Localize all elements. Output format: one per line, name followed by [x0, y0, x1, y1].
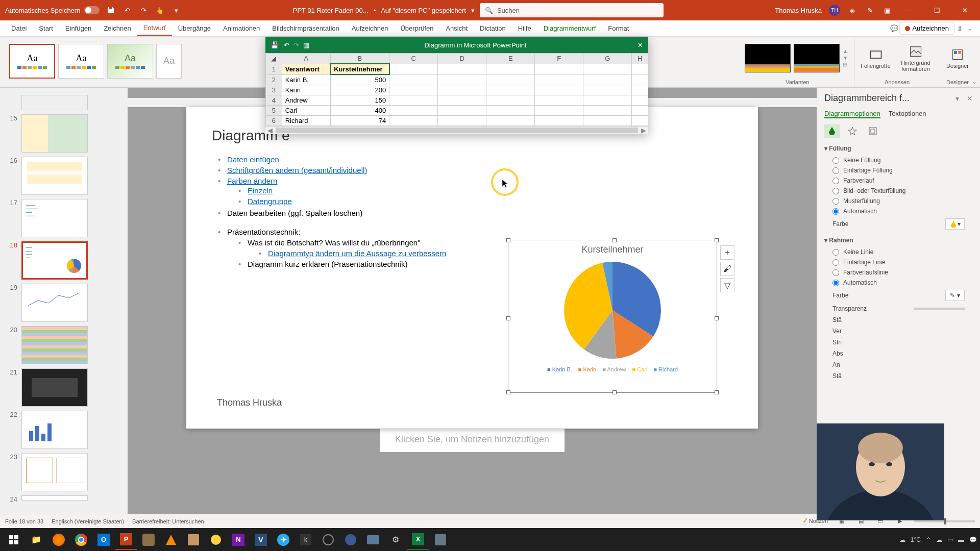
row-header[interactable]: 6 — [266, 116, 282, 126]
window-icon[interactable]: ▣ — [882, 5, 892, 15]
excel-scroll-right-icon[interactable]: ▶ — [639, 127, 648, 134]
chart-filter-button[interactable]: ▽ — [720, 278, 734, 292]
chart-styles-button[interactable]: 🖌 — [720, 262, 734, 276]
chart-object[interactable]: Kursteilnehmer Karin B. Karin — [508, 240, 717, 393]
excel-grid[interactable]: ◢ A B C D E F G H 1 Verantwort Kursteiln… — [265, 53, 648, 134]
app-icon[interactable] — [317, 530, 339, 550]
cell[interactable]: 200 — [330, 85, 389, 95]
col-header[interactable]: H — [632, 54, 648, 64]
format-pane-dropdown-icon[interactable]: ▾ — [955, 94, 959, 103]
slide-thumb[interactable] — [21, 95, 88, 110]
color-variant-2[interactable] — [794, 44, 840, 72]
language-indicator[interactable]: Englisch (Vereinigte Staaten) — [52, 518, 124, 524]
app-icon[interactable] — [340, 530, 361, 550]
settings-icon[interactable]: ⚙ — [385, 530, 406, 550]
tab-bildschirm[interactable]: Bildschirmpräsentation — [266, 21, 346, 35]
legend-item[interactable]: Karin — [578, 366, 596, 372]
pie-chart[interactable] — [561, 259, 664, 361]
col-header[interactable]: D — [438, 54, 486, 64]
cell[interactable]: Karin — [282, 85, 330, 95]
app-icon[interactable]: V — [250, 530, 272, 550]
variants-up-icon[interactable]: ▲ — [843, 48, 850, 54]
cell[interactable]: 150 — [330, 95, 389, 106]
slide-size-button[interactable]: Foliengröße — [859, 45, 893, 71]
radio-picture-fill[interactable] — [832, 188, 839, 194]
temperature[interactable]: 1°C — [911, 536, 921, 543]
close-button[interactable]: ✕ — [954, 3, 975, 18]
fill-color-picker[interactable]: ▾ — [945, 218, 965, 230]
slide-thumb-19[interactable] — [21, 284, 88, 322]
tab-hilfe[interactable]: Hilfe — [512, 21, 537, 35]
tab-ansicht[interactable]: Ansicht — [439, 21, 474, 35]
app-icon[interactable] — [183, 530, 204, 550]
cell[interactable]: Carl — [282, 106, 330, 116]
effects-tab-icon[interactable] — [845, 124, 860, 138]
slide-thumb-24[interactable] — [21, 495, 88, 500]
qat-more-icon[interactable]: ▾ — [171, 5, 181, 15]
line-color-picker[interactable]: ✎ ▾ — [945, 290, 965, 301]
excel-undo-icon[interactable]: ↶ — [284, 41, 289, 49]
theme-variant-4[interactable]: Aa — [156, 44, 182, 79]
cell[interactable]: Kursteilnehmer — [330, 64, 389, 74]
format-pane-close-icon[interactable]: ✕ — [967, 94, 973, 103]
app-icon[interactable] — [205, 530, 227, 550]
row-header[interactable]: 4 — [266, 95, 282, 106]
autosave-toggle[interactable]: Automatisches Speichern — [5, 6, 100, 14]
col-header[interactable]: C — [389, 54, 438, 64]
fill-section-header[interactable]: ▾ Füllung — [824, 145, 973, 152]
vlc-icon[interactable] — [160, 530, 182, 550]
share-icon[interactable]: ⇫ — [954, 23, 965, 34]
select-all-cell[interactable]: ◢ — [266, 54, 282, 64]
tab-aufzeichnen[interactable]: Aufzeichnen — [346, 21, 395, 35]
user-avatar[interactable]: TH — [829, 5, 840, 16]
collapse-ribbon-icon[interactable]: ⌄ — [965, 23, 975, 34]
app-icon[interactable] — [430, 530, 451, 550]
col-header[interactable]: F — [535, 54, 583, 64]
excel-save-icon[interactable]: 💾 — [271, 41, 279, 49]
title-dropdown-icon[interactable]: ▾ — [471, 7, 475, 14]
excel-grid-icon[interactable]: ▦ — [303, 41, 309, 49]
radio-gradient-line[interactable] — [832, 269, 839, 276]
radio-solid-line[interactable] — [832, 259, 839, 266]
row-header[interactable]: 5 — [266, 106, 282, 116]
tab-datei[interactable]: Datei — [5, 21, 33, 35]
designer-button[interactable]: Designer — [944, 45, 971, 71]
cell[interactable]: Richard — [282, 116, 330, 126]
tray-expand-icon[interactable]: ⌃ — [926, 536, 931, 543]
onenote-icon[interactable]: N — [228, 530, 249, 550]
cell[interactable]: 400 — [330, 106, 389, 116]
tab-entwurf[interactable]: Entwurf — [137, 21, 172, 36]
color-variant-1[interactable] — [745, 44, 791, 72]
excel-scroll-left-icon[interactable]: ◀ — [265, 127, 275, 134]
format-tab-chart-options[interactable]: Diagrammoptionen — [824, 110, 880, 118]
theme-variant-1[interactable]: Aa — [9, 44, 55, 79]
chart-title[interactable]: Kursteilnehmer — [508, 240, 717, 259]
radio-no-line[interactable] — [832, 249, 839, 256]
tab-format[interactable]: Format — [602, 21, 635, 35]
battery-icon[interactable]: ▭ — [947, 536, 953, 543]
legend-item[interactable]: Karin B. — [547, 366, 572, 372]
variants-more-icon[interactable]: ⊟ — [843, 62, 850, 67]
comments-icon[interactable]: 💬 — [889, 23, 899, 34]
cell[interactable] — [583, 64, 632, 74]
excel-data-editor[interactable]: 💾 ↶ ↷ ▦ Diagramm in Microsoft PowerPoint… — [265, 37, 648, 134]
maximize-button[interactable]: ☐ — [927, 3, 947, 18]
variants-down-icon[interactable]: ▼ — [843, 55, 850, 61]
cell[interactable] — [535, 64, 583, 74]
record-button[interactable]: Aufzeichnen — [899, 22, 954, 35]
excel-close-icon[interactable]: ✕ — [638, 41, 643, 49]
theme-variant-2[interactable]: Aa — [58, 44, 104, 79]
chart-legend[interactable]: Karin B. Karin Andrew Carl Richard — [508, 366, 717, 372]
redo-icon[interactable]: ↷ — [138, 5, 149, 15]
col-header[interactable]: B — [330, 54, 389, 64]
radio-auto-line[interactable] — [832, 280, 839, 286]
excel-h-scrollbar[interactable] — [276, 128, 638, 133]
ribbon-collapse-icon[interactable]: ⌄ — [972, 78, 977, 85]
cell[interactable] — [438, 64, 486, 74]
radio-solid-fill[interactable] — [832, 167, 839, 174]
slide-thumb-23[interactable] — [21, 453, 88, 491]
toggle-switch[interactable] — [84, 6, 100, 14]
excel-redo-icon[interactable]: ↷ — [293, 41, 299, 49]
legend-item[interactable]: Carl — [632, 366, 648, 372]
search-input[interactable]: 🔍 Suchen — [480, 3, 664, 17]
